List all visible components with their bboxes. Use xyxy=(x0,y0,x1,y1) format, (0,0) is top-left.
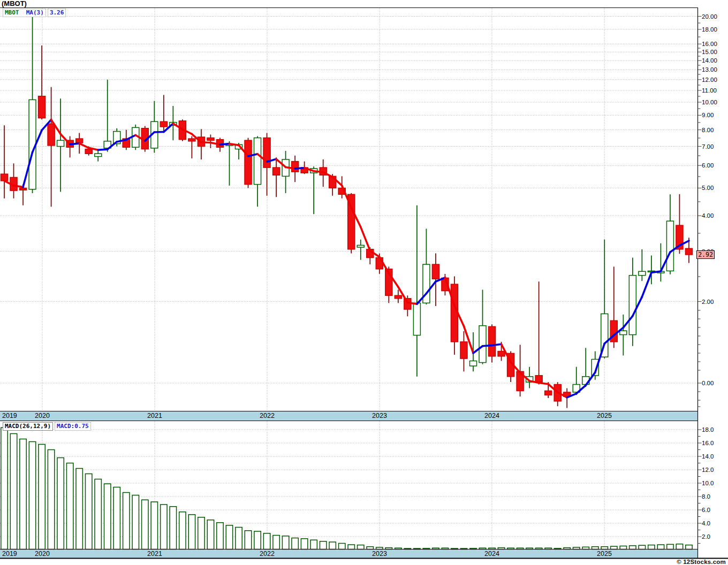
macd-bar xyxy=(676,544,682,549)
macd-bar xyxy=(188,515,195,549)
macd-axis-label: 10.0 xyxy=(702,479,714,487)
price-axis-label: 10.00 xyxy=(702,98,717,106)
candle-down xyxy=(535,376,542,382)
ma3-segment xyxy=(595,343,605,372)
macd-bar xyxy=(282,536,289,549)
macd-bar xyxy=(254,531,261,549)
price-axis-label: 16.00 xyxy=(702,40,717,48)
price-axis-label: 13.00 xyxy=(702,66,717,73)
candle-down xyxy=(273,167,280,175)
macd-bar xyxy=(292,538,298,549)
candle-down xyxy=(432,264,439,279)
price-axis-label: 5.00 xyxy=(702,184,714,192)
macd-axis-label: 14.0 xyxy=(702,453,714,460)
macd-bar xyxy=(123,493,130,549)
macd-bar xyxy=(630,546,636,549)
macd-axis-label: 6.0 xyxy=(702,506,710,514)
candle-up xyxy=(357,245,364,247)
candle-down xyxy=(48,124,55,146)
candle-down xyxy=(245,140,252,184)
price-axis-label: 14.00 xyxy=(702,57,717,64)
ma3-segment xyxy=(98,149,108,150)
macd-bar xyxy=(639,545,645,549)
macd-bar xyxy=(217,523,223,549)
ma3-segment xyxy=(70,143,80,144)
candle-down xyxy=(498,352,505,356)
macd-bar xyxy=(85,474,92,549)
candle-up xyxy=(479,326,486,363)
candle-up xyxy=(639,271,646,275)
price-legend-chip: MBOT MA(3) xyxy=(3,9,46,17)
macd-bar xyxy=(611,546,617,549)
macd-bar xyxy=(620,546,626,549)
macd-bar xyxy=(113,487,120,549)
symbol-label: MBOT xyxy=(5,9,19,16)
price-axis-label: 18.00 xyxy=(702,26,717,33)
candle-down xyxy=(207,138,214,141)
macd-bar xyxy=(207,520,214,549)
candle-down xyxy=(489,326,496,356)
macd-bar xyxy=(39,445,45,549)
candle-down xyxy=(160,121,167,127)
price-axis-label: 11.00 xyxy=(702,87,717,94)
macd-bar xyxy=(142,500,148,549)
ma3-segment xyxy=(483,346,492,346)
macd-bar xyxy=(273,536,279,549)
macd-bar xyxy=(20,439,26,549)
macd-bar xyxy=(48,450,54,549)
macd-bar xyxy=(657,545,664,549)
macd-bar xyxy=(263,533,270,549)
macd-bar xyxy=(66,463,73,549)
ma3-segment xyxy=(314,171,323,172)
last-price-badge: 2.92 xyxy=(696,250,715,259)
candle-down xyxy=(263,138,270,168)
macd-params-chip: MACD(26,12,9) xyxy=(3,422,53,431)
ma-value: 3.26 xyxy=(50,9,64,16)
candle-down xyxy=(85,149,92,154)
price-axis-label: 0.00 xyxy=(702,379,714,387)
macd-bar xyxy=(132,495,139,549)
page-title: (MBOT) xyxy=(2,0,27,7)
candle-down xyxy=(545,391,552,395)
candle-up xyxy=(57,140,64,146)
macd-bar xyxy=(329,542,336,549)
macd-bar xyxy=(161,505,167,549)
ma3-segment xyxy=(220,144,230,145)
price-axis-label: 2.00 xyxy=(702,298,714,306)
price-axis-label: 4.00 xyxy=(702,212,714,219)
macd-params-label: MACD(26,12,9) xyxy=(5,423,51,430)
candle-down xyxy=(76,139,83,143)
macd-bar xyxy=(76,469,82,549)
ma3-segment xyxy=(79,143,89,148)
macd-bar xyxy=(198,517,204,549)
ma-label: MA(3) xyxy=(26,9,44,16)
macd-axis-label: 4.0 xyxy=(702,520,710,527)
candle-up xyxy=(666,221,673,271)
price-axis-label: 9.00 xyxy=(702,111,714,119)
price-axis-label: 7.00 xyxy=(702,143,714,150)
candle-up xyxy=(470,361,477,366)
macd-bar xyxy=(601,547,608,549)
candle-up xyxy=(629,276,636,335)
macd-bar xyxy=(104,484,111,549)
macd-bar xyxy=(348,545,354,549)
macd-bar xyxy=(686,545,692,549)
macd-bar xyxy=(367,547,373,549)
macd-bar xyxy=(1,427,7,549)
price-axis-label: 8.00 xyxy=(702,126,714,134)
candle-down xyxy=(20,188,27,190)
candle-up xyxy=(254,138,261,185)
macd-axis-label: 2.0 xyxy=(702,533,710,540)
macd-value: MACD:0.75 xyxy=(57,423,89,430)
macd-bar xyxy=(358,545,364,549)
candle-down xyxy=(460,342,467,358)
macd-value-chip: MACD:0.75 xyxy=(55,422,91,431)
ma3-segment xyxy=(539,383,549,384)
candle-down xyxy=(188,139,195,141)
price-axis-label: 20.00 xyxy=(702,13,717,20)
macd-bar xyxy=(320,541,326,549)
ma3-line xyxy=(4,120,689,398)
candle-up xyxy=(620,331,627,334)
macd-bar xyxy=(301,539,307,549)
site-watermark: © 12Stocks.com xyxy=(677,559,726,565)
